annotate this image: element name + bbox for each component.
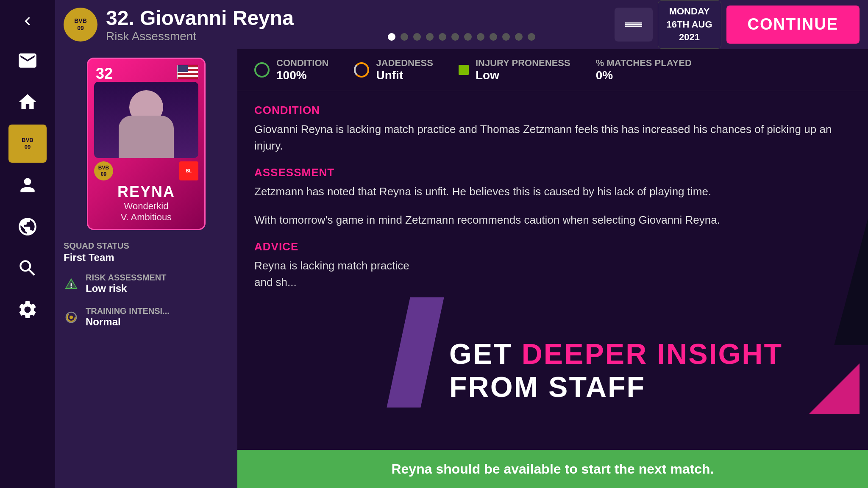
svg-marker-8 [809,363,860,414]
bottom-bar: Reyna should be available to start the n… [237,450,868,488]
matches-info: % MATCHES PLAYED 0% [596,58,692,82]
risk-icon [64,276,79,291]
club-badge: BVB09 [64,8,97,42]
assessment-section-title: ASSESSMENT [254,166,851,179]
sidebar: BVB09 [0,0,55,488]
player-name: 32. Giovanni Reyna [106,6,294,30]
training-icon [64,310,79,325]
advice-section-title: ADVICE [254,240,851,253]
matches-value: 0% [596,69,692,82]
dot-5[interactable] [439,33,446,41]
injury-icon [459,65,469,75]
sidebar-item-globe[interactable] [8,208,47,246]
dot-2[interactable] [401,33,408,41]
svg-rect-3 [71,283,72,286]
risk-value: Low risk [86,283,166,294]
condition-badge: CONDITION 100% [254,58,328,82]
stats-bar: CONDITION 100% JADEDNESS Unfit INJURY PR… [237,49,868,91]
dot-11[interactable] [515,33,523,41]
risk-assessment-item: RISK ASSESSMENT Low risk [64,270,229,297]
training-text: TRAINING INTENSI... Normal [86,306,170,328]
svg-rect-0 [625,22,642,24]
injury-info: INJURY PRONENESS Low [476,58,570,82]
text-content: CONDITION Giovanni Reyna is lacking matc… [237,91,868,450]
dot-3[interactable] [413,33,421,41]
black-corner-decoration [834,218,868,347]
promo-line1: GET DEEPER INSIGHT [449,337,834,370]
bvb-logo-small: BVB09 [94,161,113,180]
back-button[interactable] [11,4,45,38]
squad-status-value: First Team [64,252,114,263]
date-display: MONDAY 16TH AUG 2021 [658,0,721,49]
condition-icon [254,62,270,78]
content-row: 32 BVB09 BL REYNA [55,49,868,488]
injury-badge: INJURY PRONENESS Low [459,58,570,82]
training-item: TRAINING INTENSI... Normal [64,304,229,330]
purple-slash-decoration [387,297,444,408]
card-logos: BVB09 BL [94,161,198,180]
card-player-name: REYNA [94,183,198,201]
assessment-section-body2: With tomorrow's game in mind Zetzmann re… [254,212,851,228]
injury-value: Low [476,69,570,82]
matches-badge: % MATCHES PLAYED 0% [596,58,692,82]
sidebar-item-staff[interactable] [8,166,47,204]
dot-12[interactable] [528,33,535,41]
training-value: Normal [86,316,170,328]
promo-line2: FROM STAFF [449,370,834,403]
svg-rect-1 [625,24,642,25]
dot-8[interactable] [477,33,484,41]
jadedness-value: Unfit [376,69,433,82]
dot-6[interactable] [451,33,459,41]
dot-10[interactable] [502,33,510,41]
injury-label: INJURY PRONENESS [476,58,570,69]
condition-info: CONDITION 100% [276,58,328,82]
dot-1[interactable] [388,33,395,41]
player-flag [177,65,198,79]
sidebar-item-search[interactable] [8,249,47,287]
condition-label: CONDITION [276,58,328,69]
continue-button[interactable]: CONTINUE [726,6,860,44]
sidebar-item-mail[interactable] [8,42,47,80]
svg-point-7 [70,316,73,319]
topbar-title: 32. Giovanni Reyna Risk Assessment [106,6,294,43]
topbar-right: MONDAY 16TH AUG 2021 CONTINUE [615,0,860,49]
training-label: TRAINING INTENSI... [86,306,170,316]
squad-status-item: SQUAD STATUS [64,238,229,253]
card-number: 32 [96,65,113,83]
dot-9[interactable] [490,33,497,41]
svg-rect-4 [71,286,72,288]
club-badge-small: BVB09 [15,131,40,156]
dot-7[interactable] [464,33,472,41]
bundesliga-logo: BL [179,161,198,180]
svg-marker-9 [834,218,868,345]
dot-4[interactable] [426,33,434,41]
card-trait2: V. Ambitious [94,212,198,223]
jadedness-badge: JADEDNESS Unfit [354,58,433,82]
condition-section-body: Giovanni Reyna is lacking match practice… [254,121,851,154]
right-panel: CONDITION 100% JADEDNESS Unfit INJURY PR… [237,49,868,488]
main-area: BVB09 32. Giovanni Reyna Risk Assessment [55,0,868,488]
pink-arrow-decoration [809,363,860,416]
left-stats: SQUAD STATUS First Team RISK ASSESSMENT … [64,238,229,330]
dots-nav [388,33,535,41]
sidebar-item-club[interactable]: BVB09 [8,125,47,163]
assessment-section-body1: Zetzmann has noted that Reyna is unfit. … [254,183,851,200]
condition-value: 100% [276,69,328,82]
player-photo [94,82,198,158]
sidebar-item-home[interactable] [8,83,47,121]
risk-text: RISK ASSESSMENT Low risk [86,273,166,294]
card-trait1: Wonderkid [94,201,198,212]
sidebar-item-settings[interactable] [8,291,47,329]
topbar: BVB09 32. Giovanni Reyna Risk Assessment [55,0,868,49]
advice-section-body: Reyna is lacking match practice and sh..… [254,258,424,291]
promo-overlay: GET DEEPER INSIGHT FROM STAFF [449,337,834,403]
jadedness-label: JADEDNESS [376,58,433,69]
condition-section-title: CONDITION [254,104,851,117]
player-card: 32 BVB09 BL REYNA [87,58,206,230]
menu-button[interactable] [615,8,653,42]
left-panel: 32 BVB09 BL REYNA [55,49,237,488]
svg-rect-2 [625,25,642,27]
squad-status-label: SQUAD STATUS [64,241,129,251]
jadedness-icon [354,62,369,78]
matches-label: % MATCHES PLAYED [596,58,692,69]
